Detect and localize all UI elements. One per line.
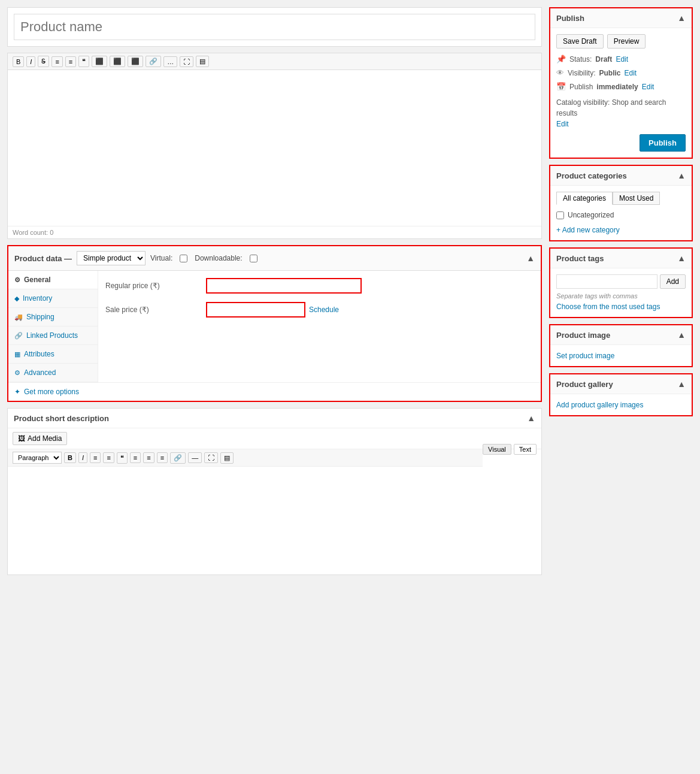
bold-format-btn[interactable]: B — [64, 452, 76, 463]
timing-icon: 📅 — [556, 82, 566, 91]
all-categories-tab[interactable]: All categories — [556, 192, 613, 205]
publish-actions: Save Draft Preview — [556, 34, 686, 49]
product-name-panel — [7, 7, 542, 47]
product-data-options: Virtual: Downloadable: — [150, 254, 257, 262]
tab-shipping[interactable]: 🚚 Shipping — [8, 308, 98, 326]
catalog-edit-link[interactable]: Edit — [556, 120, 569, 128]
blockquote-btn[interactable]: ❝ — [78, 56, 89, 67]
get-more-options-icon: ✦ — [14, 388, 20, 396]
short-description-panel: Product short description ▲ 🖼 Add Media … — [7, 408, 542, 575]
most-used-tab[interactable]: Most Used — [613, 192, 660, 205]
set-product-image-link[interactable]: Set product image — [556, 352, 614, 360]
tags-add-button[interactable]: Add — [660, 274, 686, 289]
categories-collapse[interactable]: ▲ — [677, 171, 686, 180]
sale-price-input[interactable] — [206, 302, 305, 318]
product-name-input[interactable] — [14, 14, 535, 40]
product-type-select[interactable]: Simple product — [77, 251, 146, 265]
table-format-btn[interactable]: ▤ — [220, 452, 234, 464]
short-desc-collapse[interactable]: ▲ — [527, 413, 535, 423]
ul-format-btn[interactable]: ≡ — [90, 452, 101, 463]
tab-attributes[interactable]: ▦ Attributes — [8, 345, 98, 364]
editor-content-area[interactable] — [8, 70, 541, 226]
regular-price-input[interactable] — [206, 278, 362, 294]
tags-title: Product tags — [556, 254, 604, 263]
align-center-btn[interactable]: ⬛ — [110, 56, 125, 67]
tab-inventory-label: Inventory — [23, 294, 52, 303]
align-right-btn[interactable]: ⬛ — [128, 56, 143, 67]
general-icon: ⚙ — [14, 276, 20, 284]
downloadable-checkbox[interactable] — [250, 255, 257, 262]
timing-label: Publish — [569, 83, 593, 91]
ul-btn[interactable]: ≡ — [51, 56, 62, 67]
horiz-rule-btn[interactable]: — — [188, 452, 202, 463]
bold-btn[interactable]: B — [13, 56, 24, 67]
tab-linked-products[interactable]: 🔗 Linked Products — [8, 326, 98, 345]
text-tab-btn[interactable]: Text — [514, 444, 537, 455]
short-desc-media-row: 🖼 Add Media Visual Text — [8, 428, 541, 449]
add-gallery-images-link[interactable]: Add product gallery images — [556, 401, 643, 409]
status-edit-link[interactable]: Edit — [616, 55, 628, 64]
ol-format-btn[interactable]: ≡ — [103, 452, 114, 463]
add-media-button[interactable]: 🖼 Add Media — [13, 432, 67, 445]
save-draft-button[interactable]: Save Draft — [556, 34, 604, 49]
visual-tab-btn[interactable]: Visual — [483, 444, 511, 455]
kitchen-sink-btn[interactable]: ▤ — [196, 56, 209, 67]
publish-collapse[interactable]: ▲ — [677, 13, 686, 23]
uncategorized-checkbox[interactable] — [556, 211, 564, 219]
image-collapse[interactable]: ▲ — [677, 330, 686, 340]
timing-edit-link[interactable]: Edit — [642, 83, 654, 91]
strike-btn[interactable]: S̶ — [38, 56, 49, 67]
italic-format-btn[interactable]: I — [78, 452, 87, 463]
publish-button[interactable]: Publish — [640, 134, 686, 152]
add-media-label: Add Media — [28, 434, 62, 443]
product-data-tabs: ⚙ General ◆ Inventory 🚚 Shipping 🔗 Linke… — [8, 271, 98, 382]
preview-button[interactable]: Preview — [607, 34, 646, 49]
gallery-header: Product gallery ▲ — [550, 374, 692, 394]
visibility-edit-link[interactable]: Edit — [624, 69, 637, 77]
regular-price-row: Regular price (₹) — [105, 278, 534, 294]
image-body: Set product image — [550, 345, 692, 366]
timing-row: 📅 Publish immediately Edit — [556, 82, 686, 91]
ol-btn[interactable]: ≡ — [65, 56, 76, 67]
tab-advanced[interactable]: ⚙ Advanced — [8, 364, 98, 382]
fullscreen-format-btn[interactable]: ⛶ — [204, 452, 218, 463]
tags-collapse[interactable]: ▲ — [677, 253, 686, 263]
tab-inventory[interactable]: ◆ Inventory — [8, 289, 98, 308]
tab-general[interactable]: ⚙ General — [8, 271, 98, 289]
category-list: Uncategorized — [556, 210, 686, 220]
categories-header: Product categories ▲ — [550, 166, 692, 186]
align-r-btn[interactable]: ≡ — [157, 452, 168, 463]
paragraph-format-select[interactable]: Paragraph — [13, 452, 62, 464]
status-row: 📌 Status: Draft Edit — [556, 55, 686, 64]
tab-general-label: General — [24, 276, 51, 284]
timing-value: immediately — [596, 83, 638, 91]
get-more-options[interactable]: ✦ Get more options — [8, 382, 541, 401]
tags-body: Add Separate tags with commas Choose fro… — [550, 268, 692, 317]
tab-advanced-label: Advanced — [24, 368, 56, 377]
downloadable-label: Downloadable: — [195, 254, 242, 262]
fullscreen-btn[interactable]: ⛶ — [180, 56, 193, 67]
align-c-btn[interactable]: ≡ — [143, 452, 154, 463]
tags-input[interactable] — [556, 274, 657, 289]
quote-format-btn[interactable]: ❝ — [117, 452, 128, 464]
link-format-btn[interactable]: 🔗 — [170, 452, 186, 464]
add-new-category-link[interactable]: + Add new category — [556, 226, 620, 234]
link-btn[interactable]: 🔗 — [146, 56, 161, 67]
italic-btn[interactable]: I — [26, 56, 35, 67]
schedule-link[interactable]: Schedule — [309, 306, 339, 314]
virtual-checkbox[interactable] — [180, 255, 187, 262]
product-data-body: ⚙ General ◆ Inventory 🚚 Shipping 🔗 Linke… — [8, 271, 541, 382]
tab-linked-label: Linked Products — [26, 331, 78, 340]
sale-price-input-wrap: Schedule — [206, 302, 339, 318]
product-data-collapse[interactable]: ▲ — [526, 253, 535, 263]
short-desc-content[interactable] — [8, 467, 541, 575]
align-left-btn[interactable]: ⬛ — [92, 56, 107, 67]
image-title: Product image — [556, 331, 610, 340]
choose-tags-link[interactable]: Choose from the most used tags — [556, 303, 660, 311]
gallery-collapse[interactable]: ▲ — [677, 379, 686, 389]
align-l-btn[interactable]: ≡ — [130, 452, 141, 463]
product-data-label: Product data — — [14, 254, 72, 263]
visibility-icon: 👁 — [556, 68, 564, 77]
more-btn[interactable]: … — [163, 56, 177, 67]
product-gallery-panel: Product gallery ▲ Add product gallery im… — [549, 373, 693, 416]
